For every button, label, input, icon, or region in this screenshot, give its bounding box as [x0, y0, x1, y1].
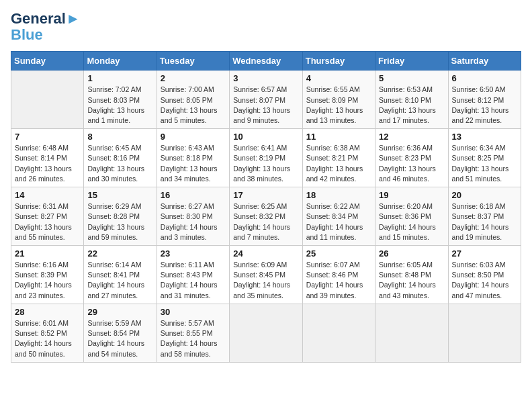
day-info: Sunrise: 6:55 AM Sunset: 8:09 PM Dayligh… [306, 85, 371, 126]
header-monday: Monday [84, 52, 157, 71]
day-number: 5 [379, 73, 444, 83]
day-info: Sunrise: 6:50 AM Sunset: 8:12 PM Dayligh… [452, 85, 517, 126]
day-info: Sunrise: 6:11 AM Sunset: 8:43 PM Dayligh… [161, 260, 226, 301]
day-info: Sunrise: 6:31 AM Sunset: 8:27 PM Dayligh… [15, 201, 80, 242]
header-sunday: Sunday [11, 52, 84, 71]
calendar-cell: 6Sunrise: 6:50 AM Sunset: 8:12 PM Daylig… [448, 71, 521, 129]
calendar-cell: 13Sunrise: 6:34 AM Sunset: 8:25 PM Dayli… [448, 129, 521, 187]
calendar-cell: 17Sunrise: 6:25 AM Sunset: 8:32 PM Dayli… [230, 187, 302, 246]
day-number: 21 [15, 248, 80, 259]
calendar-cell [448, 304, 521, 362]
day-number: 9 [161, 132, 226, 142]
day-info: Sunrise: 6:14 AM Sunset: 8:41 PM Dayligh… [87, 260, 152, 301]
day-number: 6 [452, 73, 517, 83]
day-info: Sunrise: 6:57 AM Sunset: 8:07 PM Dayligh… [233, 85, 298, 126]
calendar-cell: 28Sunrise: 6:01 AM Sunset: 8:52 PM Dayli… [11, 304, 84, 362]
calendar-table: SundayMondayTuesdayWednesdayThursdayFrid… [11, 51, 521, 362]
calendar-cell: 20Sunrise: 6:18 AM Sunset: 8:37 PM Dayli… [448, 187, 521, 246]
calendar-cell: 1Sunrise: 7:02 AM Sunset: 8:03 PM Daylig… [84, 71, 157, 129]
day-number: 11 [306, 132, 371, 142]
day-info: Sunrise: 5:59 AM Sunset: 8:54 PM Dayligh… [87, 318, 152, 359]
calendar-cell: 5Sunrise: 6:53 AM Sunset: 8:10 PM Daylig… [375, 71, 448, 129]
day-info: Sunrise: 6:03 AM Sunset: 8:50 PM Dayligh… [452, 260, 517, 301]
day-info: Sunrise: 7:00 AM Sunset: 8:05 PM Dayligh… [161, 85, 226, 126]
day-number: 7 [15, 132, 80, 142]
day-number: 4 [306, 73, 371, 83]
calendar-cell: 11Sunrise: 6:38 AM Sunset: 8:21 PM Dayli… [302, 129, 375, 187]
calendar-cell: 3Sunrise: 6:57 AM Sunset: 8:07 PM Daylig… [230, 71, 302, 129]
week-row-1: 1Sunrise: 7:02 AM Sunset: 8:03 PM Daylig… [11, 71, 521, 129]
day-info: Sunrise: 6:27 AM Sunset: 8:30 PM Dayligh… [161, 201, 226, 242]
calendar-cell: 16Sunrise: 6:27 AM Sunset: 8:30 PM Dayli… [157, 187, 229, 246]
calendar-cell: 30Sunrise: 5:57 AM Sunset: 8:55 PM Dayli… [157, 304, 229, 362]
day-info: Sunrise: 6:53 AM Sunset: 8:10 PM Dayligh… [379, 85, 444, 126]
calendar-cell: 15Sunrise: 6:29 AM Sunset: 8:28 PM Dayli… [84, 187, 157, 246]
day-number: 13 [452, 132, 517, 142]
logo: General►Blue [11, 11, 81, 43]
day-number: 8 [87, 132, 152, 142]
week-row-5: 28Sunrise: 6:01 AM Sunset: 8:52 PM Dayli… [11, 304, 521, 362]
week-row-3: 14Sunrise: 6:31 AM Sunset: 8:27 PM Dayli… [11, 187, 521, 246]
day-number: 20 [452, 190, 517, 200]
calendar-cell: 7Sunrise: 6:48 AM Sunset: 8:14 PM Daylig… [11, 129, 84, 187]
day-info: Sunrise: 6:05 AM Sunset: 8:48 PM Dayligh… [379, 260, 444, 301]
week-row-4: 21Sunrise: 6:16 AM Sunset: 8:39 PM Dayli… [11, 246, 521, 304]
day-number: 3 [233, 73, 298, 83]
calendar-cell: 10Sunrise: 6:41 AM Sunset: 8:19 PM Dayli… [230, 129, 302, 187]
day-number: 16 [161, 190, 226, 200]
header-tuesday: Tuesday [157, 52, 229, 71]
calendar-cell: 2Sunrise: 7:00 AM Sunset: 8:05 PM Daylig… [157, 71, 229, 129]
header-wednesday: Wednesday [230, 52, 302, 71]
day-info: Sunrise: 6:45 AM Sunset: 8:16 PM Dayligh… [87, 143, 152, 184]
day-number: 28 [15, 307, 80, 317]
calendar-cell: 19Sunrise: 6:20 AM Sunset: 8:36 PM Dayli… [375, 187, 448, 246]
calendar-cell [375, 304, 448, 362]
calendar-cell: 27Sunrise: 6:03 AM Sunset: 8:50 PM Dayli… [448, 246, 521, 304]
day-number: 23 [161, 248, 226, 259]
day-info: Sunrise: 6:20 AM Sunset: 8:36 PM Dayligh… [379, 201, 444, 242]
calendar-cell [11, 71, 84, 129]
day-info: Sunrise: 6:07 AM Sunset: 8:46 PM Dayligh… [306, 260, 371, 301]
day-number: 2 [161, 73, 226, 83]
day-number: 12 [379, 132, 444, 142]
day-info: Sunrise: 6:16 AM Sunset: 8:39 PM Dayligh… [15, 260, 80, 301]
day-number: 19 [379, 190, 444, 200]
day-number: 24 [233, 248, 298, 259]
day-number: 29 [87, 307, 152, 317]
calendar-cell: 9Sunrise: 6:43 AM Sunset: 8:18 PM Daylig… [157, 129, 229, 187]
day-info: Sunrise: 6:25 AM Sunset: 8:32 PM Dayligh… [233, 201, 298, 242]
calendar-cell: 4Sunrise: 6:55 AM Sunset: 8:09 PM Daylig… [302, 71, 375, 129]
calendar-cell: 23Sunrise: 6:11 AM Sunset: 8:43 PM Dayli… [157, 246, 229, 304]
calendar-cell: 18Sunrise: 6:22 AM Sunset: 8:34 PM Dayli… [302, 187, 375, 246]
calendar-cell: 25Sunrise: 6:07 AM Sunset: 8:46 PM Dayli… [302, 246, 375, 304]
header-thursday: Thursday [302, 52, 375, 71]
day-info: Sunrise: 6:48 AM Sunset: 8:14 PM Dayligh… [15, 143, 80, 184]
day-number: 30 [161, 307, 226, 317]
calendar-cell: 8Sunrise: 6:45 AM Sunset: 8:16 PM Daylig… [84, 129, 157, 187]
day-number: 27 [452, 248, 517, 259]
day-info: Sunrise: 6:29 AM Sunset: 8:28 PM Dayligh… [87, 201, 152, 242]
day-info: Sunrise: 6:34 AM Sunset: 8:25 PM Dayligh… [452, 143, 517, 184]
calendar-cell: 24Sunrise: 6:09 AM Sunset: 8:45 PM Dayli… [230, 246, 302, 304]
calendar-cell: 26Sunrise: 6:05 AM Sunset: 8:48 PM Dayli… [375, 246, 448, 304]
calendar-header-row: SundayMondayTuesdayWednesdayThursdayFrid… [11, 52, 521, 71]
calendar-cell: 29Sunrise: 5:59 AM Sunset: 8:54 PM Dayli… [84, 304, 157, 362]
day-info: Sunrise: 6:09 AM Sunset: 8:45 PM Dayligh… [233, 260, 298, 301]
calendar-cell: 21Sunrise: 6:16 AM Sunset: 8:39 PM Dayli… [11, 246, 84, 304]
day-number: 22 [87, 248, 152, 259]
day-number: 26 [379, 248, 444, 259]
logo-text: General►Blue [11, 11, 81, 43]
day-number: 18 [306, 190, 371, 200]
day-info: Sunrise: 7:02 AM Sunset: 8:03 PM Dayligh… [87, 85, 152, 126]
day-info: Sunrise: 6:22 AM Sunset: 8:34 PM Dayligh… [306, 201, 371, 242]
day-info: Sunrise: 6:36 AM Sunset: 8:23 PM Dayligh… [379, 143, 444, 184]
day-info: Sunrise: 6:41 AM Sunset: 8:19 PM Dayligh… [233, 143, 298, 184]
day-number: 1 [87, 73, 152, 83]
day-number: 25 [306, 248, 371, 259]
calendar-cell: 14Sunrise: 6:31 AM Sunset: 8:27 PM Dayli… [11, 187, 84, 246]
day-number: 17 [233, 190, 298, 200]
day-info: Sunrise: 6:38 AM Sunset: 8:21 PM Dayligh… [306, 143, 371, 184]
day-number: 10 [233, 132, 298, 142]
day-info: Sunrise: 6:43 AM Sunset: 8:18 PM Dayligh… [161, 143, 226, 184]
calendar-cell [230, 304, 302, 362]
